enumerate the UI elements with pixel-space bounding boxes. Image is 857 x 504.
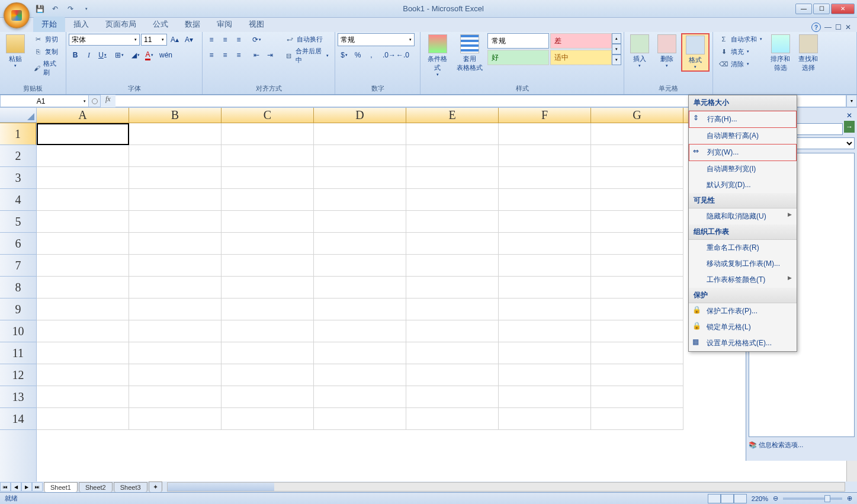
tab-home[interactable]: 开始 — [33, 17, 65, 32]
wrap-text-button[interactable]: ⮐自动换行 — [281, 33, 332, 45]
row-header[interactable]: 8 — [0, 277, 36, 298]
cell[interactable] — [591, 277, 683, 298]
cell[interactable] — [591, 233, 683, 255]
cell[interactable] — [314, 277, 406, 298]
col-header[interactable]: C — [222, 108, 314, 123]
cell[interactable] — [314, 408, 406, 430]
cell[interactable] — [129, 123, 222, 145]
tab-formulas[interactable]: 公式 — [145, 17, 176, 32]
align-center-button[interactable]: ≡ — [219, 49, 232, 62]
cell[interactable] — [37, 189, 129, 211]
cell[interactable] — [129, 255, 222, 277]
cell[interactable] — [499, 123, 591, 145]
orientation-button[interactable]: ⟳ — [250, 33, 263, 46]
menu-row-height[interactable]: ⇕行高(H)... — [689, 111, 797, 128]
menu-format-cells[interactable]: ▦设置单元格格式(E)... — [689, 335, 797, 351]
normal-view-button[interactable] — [708, 494, 721, 503]
cell[interactable] — [314, 123, 406, 145]
row-header[interactable]: 12 — [0, 364, 36, 386]
tab-review[interactable]: 审阅 — [208, 17, 240, 32]
help-icon[interactable]: ? — [811, 23, 821, 32]
cell[interactable] — [406, 189, 499, 211]
prev-sheet-button[interactable]: ◀ — [11, 482, 21, 492]
underline-button[interactable]: U — [96, 49, 109, 62]
cell[interactable] — [37, 233, 129, 255]
merge-center-button[interactable]: ⊟合并后居中 — [281, 46, 332, 66]
page-layout-view-button[interactable] — [721, 494, 734, 503]
gallery-more-button[interactable]: ▾ — [612, 54, 621, 65]
cell[interactable] — [314, 167, 406, 189]
style-neutral[interactable]: 适中 — [550, 50, 612, 65]
increase-decimal-button[interactable]: .0→ — [383, 49, 396, 62]
cell[interactable] — [591, 386, 683, 408]
align-right-button[interactable]: ≡ — [232, 49, 245, 62]
zoom-slider[interactable] — [783, 497, 842, 500]
research-go-button[interactable]: → — [844, 121, 855, 133]
cell[interactable] — [591, 211, 683, 233]
cell[interactable] — [222, 320, 314, 342]
cell[interactable] — [499, 342, 591, 364]
align-top-button[interactable]: ≡ — [205, 33, 218, 46]
conditional-format-button[interactable]: 条件格式 ▾ — [423, 33, 452, 78]
cell[interactable] — [406, 364, 499, 386]
cell[interactable] — [591, 167, 683, 189]
cell[interactable] — [37, 364, 129, 386]
sheet-tab-2[interactable]: Sheet2 — [79, 482, 113, 492]
cell[interactable] — [222, 211, 314, 233]
cell[interactable] — [129, 233, 222, 255]
col-header[interactable]: E — [406, 108, 499, 123]
font-color-button[interactable]: A — [143, 49, 156, 62]
row-header[interactable]: 1 — [0, 123, 36, 145]
menu-col-width[interactable]: ⇔列宽(W)... — [689, 144, 797, 161]
cell[interactable] — [499, 320, 591, 342]
cell[interactable] — [37, 320, 129, 342]
cell[interactable] — [314, 189, 406, 211]
accounting-format-button[interactable]: $ — [338, 49, 351, 62]
insert-cells-button[interactable]: 插入 ▾ — [627, 33, 653, 69]
menu-lock-cell[interactable]: 🔒锁定单元格(L) — [689, 319, 797, 335]
cell[interactable] — [499, 298, 591, 320]
zoom-level[interactable]: 220% — [752, 495, 768, 502]
cut-button[interactable]: ✂剪切 — [30, 33, 63, 45]
row-header[interactable]: 6 — [0, 233, 36, 255]
copy-button[interactable]: ⎘复制 — [30, 46, 63, 57]
cell[interactable] — [37, 342, 129, 364]
cell[interactable] — [37, 277, 129, 298]
cell[interactable] — [406, 298, 499, 320]
font-name-select[interactable]: 宋体▾ — [69, 34, 140, 46]
tab-insert[interactable]: 插入 — [65, 17, 97, 32]
cell[interactable] — [129, 364, 222, 386]
doc-close-icon[interactable]: ✕ — [845, 23, 851, 31]
cell[interactable] — [499, 233, 591, 255]
cell[interactable] — [591, 189, 683, 211]
horizontal-scrollbar[interactable] — [167, 482, 845, 492]
cell[interactable] — [129, 277, 222, 298]
cell[interactable] — [37, 211, 129, 233]
cell[interactable] — [314, 320, 406, 342]
cell[interactable] — [406, 342, 499, 364]
cancel-icon[interactable] — [92, 98, 98, 104]
cell[interactable] — [129, 298, 222, 320]
cell[interactable] — [222, 277, 314, 298]
cell[interactable] — [37, 167, 129, 189]
clear-button[interactable]: ⌫清除 — [715, 58, 766, 70]
row-header[interactable]: 10 — [0, 320, 36, 342]
cell[interactable] — [406, 233, 499, 255]
cell[interactable] — [314, 255, 406, 277]
cell[interactable] — [406, 277, 499, 298]
col-header[interactable]: B — [129, 108, 222, 123]
cell[interactable] — [37, 145, 129, 167]
cell[interactable] — [314, 211, 406, 233]
cell-a1[interactable] — [37, 123, 129, 145]
style-bad[interactable]: 差 — [550, 33, 612, 49]
cell[interactable] — [129, 189, 222, 211]
paste-button[interactable]: 粘贴 ▾ — [2, 33, 28, 69]
format-painter-button[interactable]: 🖌格式刷 — [30, 58, 63, 78]
row-header[interactable]: 13 — [0, 386, 36, 408]
border-button[interactable]: ⊞ — [113, 49, 126, 62]
zoom-in-button[interactable]: ⊕ — [847, 495, 852, 502]
row-header[interactable]: 14 — [0, 408, 36, 430]
ribbon-minimize-icon[interactable]: — — [824, 23, 832, 31]
menu-autofit-row[interactable]: 自动调整行高(A) — [689, 128, 797, 144]
cell[interactable] — [222, 408, 314, 430]
